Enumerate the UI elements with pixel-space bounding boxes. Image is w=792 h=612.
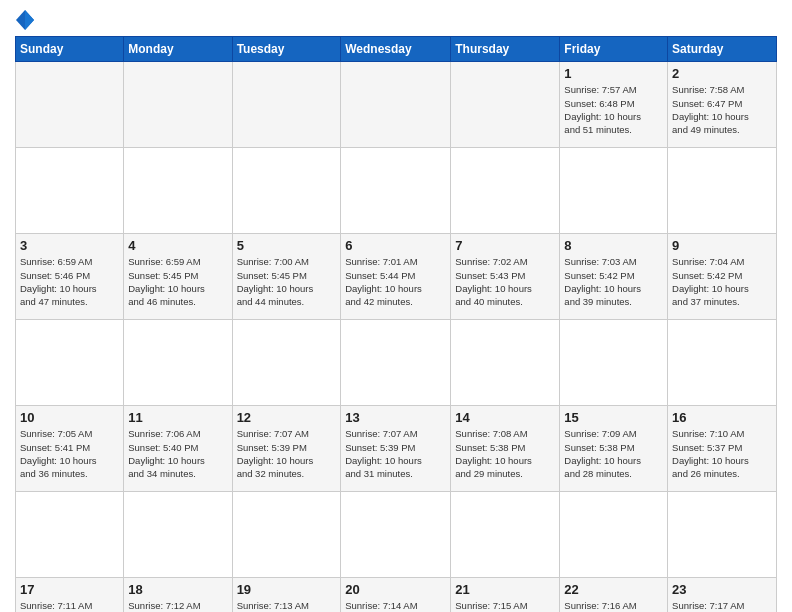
day-number: 21 [455, 582, 555, 597]
svg-marker-1 [25, 10, 34, 30]
day-info: Sunrise: 6:59 AM Sunset: 5:45 PM Dayligh… [128, 255, 227, 308]
day-cell [451, 62, 560, 148]
day-info: Sunrise: 7:10 AM Sunset: 5:37 PM Dayligh… [672, 427, 772, 480]
weekday-header-row: SundayMondayTuesdayWednesdayThursdayFrid… [16, 37, 777, 62]
day-info: Sunrise: 6:59 AM Sunset: 5:46 PM Dayligh… [20, 255, 119, 308]
day-number: 9 [672, 238, 772, 253]
day-number: 4 [128, 238, 227, 253]
day-cell: 6Sunrise: 7:01 AM Sunset: 5:44 PM Daylig… [341, 234, 451, 320]
day-number: 20 [345, 582, 446, 597]
day-number: 12 [237, 410, 337, 425]
day-number: 23 [672, 582, 772, 597]
day-cell: 17Sunrise: 7:11 AM Sunset: 5:37 PM Dayli… [16, 578, 124, 612]
divider-row [16, 148, 777, 234]
day-cell: 20Sunrise: 7:14 AM Sunset: 5:35 PM Dayli… [341, 578, 451, 612]
day-cell: 22Sunrise: 7:16 AM Sunset: 5:34 PM Dayli… [560, 578, 668, 612]
day-info: Sunrise: 7:11 AM Sunset: 5:37 PM Dayligh… [20, 599, 119, 612]
calendar: SundayMondayTuesdayWednesdayThursdayFrid… [15, 36, 777, 612]
day-cell: 4Sunrise: 6:59 AM Sunset: 5:45 PM Daylig… [124, 234, 232, 320]
day-number: 11 [128, 410, 227, 425]
day-cell: 9Sunrise: 7:04 AM Sunset: 5:42 PM Daylig… [668, 234, 777, 320]
day-info: Sunrise: 7:09 AM Sunset: 5:38 PM Dayligh… [564, 427, 663, 480]
weekday-header-sunday: Sunday [16, 37, 124, 62]
day-cell [124, 62, 232, 148]
day-info: Sunrise: 7:08 AM Sunset: 5:38 PM Dayligh… [455, 427, 555, 480]
day-number: 17 [20, 582, 119, 597]
day-info: Sunrise: 7:17 AM Sunset: 5:34 PM Dayligh… [672, 599, 772, 612]
day-cell: 5Sunrise: 7:00 AM Sunset: 5:45 PM Daylig… [232, 234, 341, 320]
day-cell: 1Sunrise: 7:57 AM Sunset: 6:48 PM Daylig… [560, 62, 668, 148]
day-cell: 10Sunrise: 7:05 AM Sunset: 5:41 PM Dayli… [16, 406, 124, 492]
day-cell: 19Sunrise: 7:13 AM Sunset: 5:36 PM Dayli… [232, 578, 341, 612]
day-info: Sunrise: 7:16 AM Sunset: 5:34 PM Dayligh… [564, 599, 663, 612]
day-info: Sunrise: 7:06 AM Sunset: 5:40 PM Dayligh… [128, 427, 227, 480]
day-number: 14 [455, 410, 555, 425]
day-info: Sunrise: 7:02 AM Sunset: 5:43 PM Dayligh… [455, 255, 555, 308]
day-info: Sunrise: 7:57 AM Sunset: 6:48 PM Dayligh… [564, 83, 663, 136]
day-info: Sunrise: 7:04 AM Sunset: 5:42 PM Dayligh… [672, 255, 772, 308]
day-info: Sunrise: 7:00 AM Sunset: 5:45 PM Dayligh… [237, 255, 337, 308]
divider-row [16, 320, 777, 406]
day-number: 2 [672, 66, 772, 81]
day-number: 8 [564, 238, 663, 253]
day-cell: 11Sunrise: 7:06 AM Sunset: 5:40 PM Dayli… [124, 406, 232, 492]
day-cell: 16Sunrise: 7:10 AM Sunset: 5:37 PM Dayli… [668, 406, 777, 492]
week-row-0: 1Sunrise: 7:57 AM Sunset: 6:48 PM Daylig… [16, 62, 777, 148]
day-cell [16, 62, 124, 148]
day-number: 10 [20, 410, 119, 425]
day-info: Sunrise: 7:15 AM Sunset: 5:35 PM Dayligh… [455, 599, 555, 612]
page: SundayMondayTuesdayWednesdayThursdayFrid… [0, 0, 792, 612]
day-cell: 12Sunrise: 7:07 AM Sunset: 5:39 PM Dayli… [232, 406, 341, 492]
day-number: 6 [345, 238, 446, 253]
day-info: Sunrise: 7:12 AM Sunset: 5:36 PM Dayligh… [128, 599, 227, 612]
day-number: 22 [564, 582, 663, 597]
day-info: Sunrise: 7:01 AM Sunset: 5:44 PM Dayligh… [345, 255, 446, 308]
day-cell: 14Sunrise: 7:08 AM Sunset: 5:38 PM Dayli… [451, 406, 560, 492]
day-number: 18 [128, 582, 227, 597]
day-cell [341, 62, 451, 148]
logo [15, 10, 35, 30]
day-cell [232, 62, 341, 148]
day-number: 13 [345, 410, 446, 425]
day-number: 1 [564, 66, 663, 81]
day-cell: 2Sunrise: 7:58 AM Sunset: 6:47 PM Daylig… [668, 62, 777, 148]
day-cell: 7Sunrise: 7:02 AM Sunset: 5:43 PM Daylig… [451, 234, 560, 320]
weekday-header-tuesday: Tuesday [232, 37, 341, 62]
day-cell: 23Sunrise: 7:17 AM Sunset: 5:34 PM Dayli… [668, 578, 777, 612]
logo-general [15, 9, 35, 29]
week-row-2: 10Sunrise: 7:05 AM Sunset: 5:41 PM Dayli… [16, 406, 777, 492]
day-cell: 21Sunrise: 7:15 AM Sunset: 5:35 PM Dayli… [451, 578, 560, 612]
weekday-header-friday: Friday [560, 37, 668, 62]
day-number: 16 [672, 410, 772, 425]
divider-row [16, 492, 777, 578]
weekday-header-monday: Monday [124, 37, 232, 62]
day-number: 19 [237, 582, 337, 597]
day-info: Sunrise: 7:05 AM Sunset: 5:41 PM Dayligh… [20, 427, 119, 480]
week-row-1: 3Sunrise: 6:59 AM Sunset: 5:46 PM Daylig… [16, 234, 777, 320]
day-info: Sunrise: 7:13 AM Sunset: 5:36 PM Dayligh… [237, 599, 337, 612]
day-cell: 8Sunrise: 7:03 AM Sunset: 5:42 PM Daylig… [560, 234, 668, 320]
day-number: 15 [564, 410, 663, 425]
weekday-header-saturday: Saturday [668, 37, 777, 62]
day-info: Sunrise: 7:03 AM Sunset: 5:42 PM Dayligh… [564, 255, 663, 308]
header [15, 10, 777, 30]
week-row-3: 17Sunrise: 7:11 AM Sunset: 5:37 PM Dayli… [16, 578, 777, 612]
day-cell: 3Sunrise: 6:59 AM Sunset: 5:46 PM Daylig… [16, 234, 124, 320]
day-cell: 18Sunrise: 7:12 AM Sunset: 5:36 PM Dayli… [124, 578, 232, 612]
day-cell: 15Sunrise: 7:09 AM Sunset: 5:38 PM Dayli… [560, 406, 668, 492]
day-cell: 13Sunrise: 7:07 AM Sunset: 5:39 PM Dayli… [341, 406, 451, 492]
day-number: 7 [455, 238, 555, 253]
weekday-header-thursday: Thursday [451, 37, 560, 62]
day-info: Sunrise: 7:58 AM Sunset: 6:47 PM Dayligh… [672, 83, 772, 136]
day-number: 5 [237, 238, 337, 253]
day-info: Sunrise: 7:07 AM Sunset: 5:39 PM Dayligh… [237, 427, 337, 480]
day-info: Sunrise: 7:07 AM Sunset: 5:39 PM Dayligh… [345, 427, 446, 480]
day-number: 3 [20, 238, 119, 253]
weekday-header-wednesday: Wednesday [341, 37, 451, 62]
day-info: Sunrise: 7:14 AM Sunset: 5:35 PM Dayligh… [345, 599, 446, 612]
